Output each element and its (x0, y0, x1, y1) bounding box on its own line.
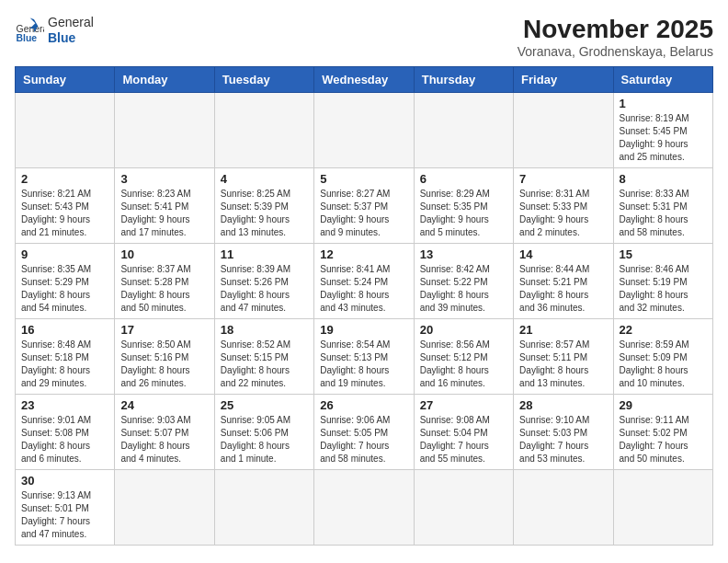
logo-general: General (48, 15, 94, 30)
calendar-day-cell: 26Sunrise: 9:06 AM Sunset: 5:05 PM Dayli… (314, 395, 414, 470)
day-number: 2 (21, 172, 108, 186)
calendar-week-row: 9Sunrise: 8:35 AM Sunset: 5:29 PM Daylig… (16, 244, 713, 319)
calendar-day-cell: 5Sunrise: 8:27 AM Sunset: 5:37 PM Daylig… (314, 168, 414, 244)
day-info: Sunrise: 9:10 AM Sunset: 5:03 PM Dayligh… (519, 414, 607, 465)
calendar-day-cell (115, 93, 214, 168)
calendar-day-cell: 12Sunrise: 8:41 AM Sunset: 5:24 PM Dayli… (314, 244, 414, 319)
day-number: 26 (320, 398, 407, 412)
calendar-table: SundayMondayTuesdayWednesdayThursdayFrid… (15, 66, 713, 546)
calendar-day-cell: 2Sunrise: 8:21 AM Sunset: 5:43 PM Daylig… (16, 168, 115, 244)
day-number: 17 (120, 323, 208, 337)
day-number: 16 (21, 323, 108, 337)
day-number: 30 (21, 474, 108, 488)
day-number: 4 (221, 172, 308, 186)
day-info: Sunrise: 8:33 AM Sunset: 5:31 PM Dayligh… (620, 188, 707, 239)
month-title: November 2025 (518, 15, 713, 44)
day-info: Sunrise: 9:11 AM Sunset: 5:02 PM Dayligh… (620, 414, 707, 465)
day-info: Sunrise: 8:23 AM Sunset: 5:41 PM Dayligh… (120, 188, 208, 239)
day-info: Sunrise: 9:06 AM Sunset: 5:05 PM Dayligh… (320, 414, 407, 465)
logo: General Blue General Blue (15, 15, 94, 46)
calendar-day-cell: 19Sunrise: 8:54 AM Sunset: 5:13 PM Dayli… (314, 319, 414, 395)
calendar-week-row: 16Sunrise: 8:48 AM Sunset: 5:18 PM Dayli… (16, 319, 713, 395)
day-number: 18 (221, 323, 308, 337)
day-number: 11 (221, 247, 308, 261)
svg-text:Blue: Blue (17, 33, 38, 43)
svg-text:General: General (17, 23, 44, 33)
day-info: Sunrise: 8:27 AM Sunset: 5:37 PM Dayligh… (320, 188, 407, 239)
day-number: 21 (519, 323, 607, 337)
day-number: 23 (21, 398, 108, 412)
day-info: Sunrise: 8:50 AM Sunset: 5:16 PM Dayligh… (120, 339, 208, 390)
day-info: Sunrise: 8:46 AM Sunset: 5:19 PM Dayligh… (620, 263, 707, 315)
calendar-day-cell (214, 470, 313, 546)
calendar-day-cell (514, 470, 613, 546)
calendar-week-row: 2Sunrise: 8:21 AM Sunset: 5:43 PM Daylig… (16, 168, 713, 244)
day-info: Sunrise: 9:05 AM Sunset: 5:06 PM Dayligh… (221, 414, 308, 465)
weekday-header: Tuesday (214, 67, 313, 93)
calendar-day-cell: 1Sunrise: 8:19 AM Sunset: 5:45 PM Daylig… (613, 93, 712, 168)
weekday-header: Sunday (16, 67, 115, 93)
calendar-day-cell: 25Sunrise: 9:05 AM Sunset: 5:06 PM Dayli… (214, 395, 313, 470)
calendar-day-cell: 21Sunrise: 8:57 AM Sunset: 5:11 PM Dayli… (514, 319, 613, 395)
calendar-day-cell: 4Sunrise: 8:25 AM Sunset: 5:39 PM Daylig… (214, 168, 313, 244)
day-number: 25 (221, 398, 308, 412)
weekday-header: Saturday (613, 67, 712, 93)
calendar-week-row: 30Sunrise: 9:13 AM Sunset: 5:01 PM Dayli… (16, 470, 713, 546)
day-info: Sunrise: 8:35 AM Sunset: 5:29 PM Dayligh… (21, 263, 108, 315)
day-info: Sunrise: 8:57 AM Sunset: 5:11 PM Dayligh… (519, 339, 607, 390)
calendar-day-cell: 13Sunrise: 8:42 AM Sunset: 5:22 PM Dayli… (414, 244, 513, 319)
calendar-day-cell: 6Sunrise: 8:29 AM Sunset: 5:35 PM Daylig… (414, 168, 513, 244)
calendar-day-cell: 27Sunrise: 9:08 AM Sunset: 5:04 PM Dayli… (414, 395, 513, 470)
day-number: 24 (120, 398, 208, 412)
calendar-day-cell: 23Sunrise: 9:01 AM Sunset: 5:08 PM Dayli… (16, 395, 115, 470)
day-info: Sunrise: 8:48 AM Sunset: 5:18 PM Dayligh… (21, 339, 108, 390)
day-number: 1 (620, 97, 707, 110)
logo-blue: Blue (48, 30, 94, 46)
calendar-day-cell: 18Sunrise: 8:52 AM Sunset: 5:15 PM Dayli… (214, 319, 313, 395)
calendar-day-cell (115, 470, 214, 546)
day-number: 7 (519, 172, 607, 186)
logo-text: General Blue (48, 15, 94, 46)
weekday-header-row: SundayMondayTuesdayWednesdayThursdayFrid… (16, 67, 713, 93)
day-info: Sunrise: 8:44 AM Sunset: 5:21 PM Dayligh… (519, 263, 607, 315)
title-section: November 2025 Voranava, Grodnenskaya, Be… (518, 15, 713, 59)
location-subtitle: Voranava, Grodnenskaya, Belarus (518, 44, 713, 59)
calendar-day-cell: 11Sunrise: 8:39 AM Sunset: 5:26 PM Dayli… (214, 244, 313, 319)
calendar-day-cell: 14Sunrise: 8:44 AM Sunset: 5:21 PM Dayli… (514, 244, 613, 319)
calendar-day-cell: 7Sunrise: 8:31 AM Sunset: 5:33 PM Daylig… (514, 168, 613, 244)
calendar-day-cell: 28Sunrise: 9:10 AM Sunset: 5:03 PM Dayli… (514, 395, 613, 470)
calendar-day-cell: 20Sunrise: 8:56 AM Sunset: 5:12 PM Dayli… (414, 319, 513, 395)
calendar-day-cell: 17Sunrise: 8:50 AM Sunset: 5:16 PM Dayli… (115, 319, 214, 395)
day-number: 15 (620, 247, 707, 261)
day-info: Sunrise: 8:42 AM Sunset: 5:22 PM Dayligh… (420, 263, 507, 315)
day-info: Sunrise: 8:59 AM Sunset: 5:09 PM Dayligh… (620, 339, 707, 390)
day-number: 29 (620, 398, 707, 412)
day-info: Sunrise: 8:56 AM Sunset: 5:12 PM Dayligh… (420, 339, 507, 390)
day-info: Sunrise: 8:19 AM Sunset: 5:45 PM Dayligh… (620, 112, 707, 164)
day-number: 14 (519, 247, 607, 261)
day-info: Sunrise: 8:52 AM Sunset: 5:15 PM Dayligh… (221, 339, 308, 390)
day-info: Sunrise: 8:29 AM Sunset: 5:35 PM Dayligh… (420, 188, 507, 239)
calendar-day-cell: 22Sunrise: 8:59 AM Sunset: 5:09 PM Dayli… (613, 319, 712, 395)
weekday-header: Thursday (414, 67, 513, 93)
logo-icon: General Blue (15, 16, 44, 45)
calendar-day-cell: 3Sunrise: 8:23 AM Sunset: 5:41 PM Daylig… (115, 168, 214, 244)
calendar-week-row: 1Sunrise: 8:19 AM Sunset: 5:45 PM Daylig… (16, 93, 713, 168)
day-info: Sunrise: 8:31 AM Sunset: 5:33 PM Dayligh… (519, 188, 607, 239)
calendar-day-cell (214, 93, 313, 168)
weekday-header: Monday (115, 67, 214, 93)
day-info: Sunrise: 8:39 AM Sunset: 5:26 PM Dayligh… (221, 263, 308, 315)
calendar-day-cell (16, 93, 115, 168)
calendar-day-cell: 15Sunrise: 8:46 AM Sunset: 5:19 PM Dayli… (613, 244, 712, 319)
day-info: Sunrise: 9:03 AM Sunset: 5:07 PM Dayligh… (120, 414, 208, 465)
day-number: 3 (120, 172, 208, 186)
day-info: Sunrise: 8:25 AM Sunset: 5:39 PM Dayligh… (221, 188, 308, 239)
day-info: Sunrise: 8:21 AM Sunset: 5:43 PM Dayligh… (21, 188, 108, 239)
weekday-header: Friday (514, 67, 613, 93)
calendar-day-cell: 24Sunrise: 9:03 AM Sunset: 5:07 PM Dayli… (115, 395, 214, 470)
day-number: 5 (320, 172, 407, 186)
calendar-day-cell: 29Sunrise: 9:11 AM Sunset: 5:02 PM Dayli… (613, 395, 712, 470)
day-info: Sunrise: 8:54 AM Sunset: 5:13 PM Dayligh… (320, 339, 407, 390)
day-number: 13 (420, 247, 507, 261)
day-number: 12 (320, 247, 407, 261)
